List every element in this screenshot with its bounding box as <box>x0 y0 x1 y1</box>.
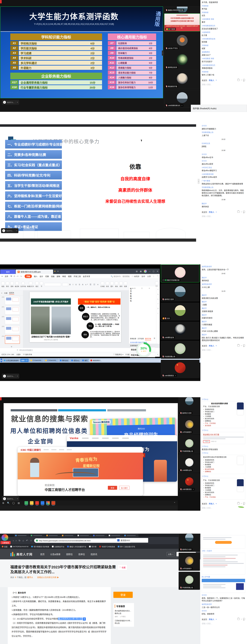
file-icon[interactable] <box>237 502 240 504</box>
chevron-down-icon[interactable]: ∨ <box>193 488 194 490</box>
sync-status[interactable]: ☁ 未同步 <box>132 275 140 278</box>
chat-sender[interactable]: 魏宏宇 <box>202 202 245 205</box>
participant-tile[interactable]: 19学前谢艳华 <box>178 553 200 571</box>
menu-icon[interactable]: ☰ <box>154 338 155 340</box>
message-input[interactable]: 请输入消息... <box>202 215 245 218</box>
message-input[interactable]: 请输入消息... <box>202 348 245 351</box>
close-button[interactable]: ✕ <box>157 270 158 272</box>
paste-button[interactable]: 粘贴 <box>1 282 5 287</box>
meeting-app-icon[interactable] <box>41 501 44 505</box>
chat-sender[interactable]: 人可木公 <box>202 429 245 432</box>
forward-button[interactable]: › <box>16 539 16 542</box>
participant-tile[interactable]: 福建技术师范学院王伟 ∨ <box>164 6 200 12</box>
bookmark-item[interactable]: 羲城人才综合服务平台 <box>67 545 86 548</box>
minimize-button[interactable]: ─ <box>149 270 150 272</box>
ribbon-tab[interactable]: 放映 <box>56 275 60 278</box>
collapse-icon[interactable]: < <box>17 498 18 500</box>
ribbon-tab[interactable]: 切换 <box>45 275 49 278</box>
file-icon[interactable] <box>237 344 240 346</box>
recommend-item[interactable]: 江西省安福县2023年...师公告 <box>115 620 133 624</box>
tray-expand-icon[interactable]: ⌃ <box>173 502 176 504</box>
participant-tile[interactable]: 19体教陈金海 ∨ <box>178 454 200 472</box>
ribbon-button[interactable]: 图片 <box>110 282 114 287</box>
site-nav-item[interactable]: 公告&简章 <box>50 552 60 556</box>
announcement-icon[interactable] <box>243 211 245 213</box>
emoji-icon[interactable]: ☺ <box>3 497 6 500</box>
chat-image[interactable] <box>202 579 245 593</box>
browser-icon[interactable] <box>46 501 50 505</box>
chat-image[interactable] <box>202 535 245 548</box>
collapse-icon[interactable]: < <box>17 375 18 377</box>
side-toolbar[interactable]: ⌖✦▭?☷⌗ <box>156 286 160 344</box>
ribbon-tab-start[interactable]: 开始 <box>24 274 32 278</box>
participant-tile[interactable]: 19体教陈金海 ∨ <box>161 322 200 340</box>
site-nav-item[interactable]: 找职位 <box>66 552 73 556</box>
chat-sender[interactable]: 市销林熠 <box>202 11 245 14</box>
taskbar-item[interactable]: 公司注册信息查询 <box>3 358 20 362</box>
ribbon-button[interactable]: 文本框 <box>100 282 104 287</box>
chat-image[interactable]: 就业信息的搜集与探索 产业、行业发展状况类 各级政府机构学校就业部门新闻媒体人际… <box>202 401 245 428</box>
chevron-down-icon[interactable]: ▼ <box>216 345 217 346</box>
taskbar-item[interactable]: C:\Users\Ad... <box>44 358 58 362</box>
participant-tile[interactable]: 福师院王老师 ∨ <box>161 284 200 302</box>
site-login-button[interactable]: 登录 <box>114 592 133 598</box>
chevron-down-icon[interactable]: ∨ <box>182 105 182 106</box>
refresh-button[interactable]: ↻ <box>18 539 20 542</box>
chat-sender[interactable]: 魏宏宇 <box>202 314 245 316</box>
chat-sender[interactable]: 19体育教育黄浩杰 <box>202 24 245 27</box>
ribbon-tab[interactable]: 插入 <box>34 275 38 278</box>
collapse-icon[interactable]: < <box>16 230 17 232</box>
translate-button[interactable]: 译 <box>83 618 86 620</box>
taskbar-item[interactable]: 成员(41) <box>70 358 80 362</box>
announcement-icon[interactable] <box>243 79 245 81</box>
chat-sender[interactable]: 许冬华 <box>202 160 245 162</box>
close-icon[interactable]: ✕ <box>149 287 155 336</box>
participant-tile[interactable]: 中央专项彩票公益金宏志助航计划 全国高校毕业生就业能力集中培训 全国高校毕业生就… <box>164 14 200 32</box>
site-nav-item[interactable]: 首页 <box>40 552 44 556</box>
chat-sender[interactable]: 19社体王泽远 <box>202 166 245 169</box>
tab-slides[interactable]: 幻灯片 <box>9 292 14 294</box>
announcement-icon[interactable] <box>243 618 245 620</box>
collapse-icon[interactable]: « <box>1 292 2 294</box>
announcement-icon[interactable] <box>243 344 245 346</box>
login-now-badge[interactable]: 立即登录 <box>0 541 10 544</box>
ribbon-tab[interactable]: 会员专享 <box>83 275 90 278</box>
site-logo[interactable]: 高校人才网 <box>10 552 32 556</box>
section-button[interactable]: 节 <box>40 282 43 287</box>
cleaner-gauge-overlay[interactable]: 30% 🌡 46°C <box>136 342 151 357</box>
participant-tile[interactable]: 19社体 严世杰 ∨ <box>164 32 200 50</box>
bookmark-item[interactable]: 莘升帮教育-同步网课 <box>31 545 49 548</box>
powerpoint-icon[interactable] <box>52 501 55 505</box>
copy-button[interactable]: 复制 <box>10 282 14 287</box>
chat-sender[interactable]: 许冬华 <box>202 125 245 127</box>
bookmark-item[interactable]: 百度 <box>2 545 8 548</box>
send-to-select[interactable]: 所有人 <box>209 344 214 347</box>
menu-file[interactable]: 文件 <box>5 275 8 278</box>
announcement-icon[interactable] <box>243 502 245 504</box>
ribbon-tab[interactable]: 动画 <box>51 275 54 278</box>
cortana-icon[interactable]: ◯ <box>12 502 15 504</box>
missing-font-status[interactable]: T? 缺失字体 <box>23 353 32 356</box>
chat-sender[interactable]: 19金融曾阳 <box>202 31 245 34</box>
chat-image[interactable]: 就业形势与就业市场供需状况类 各级政府机构学校就业部门新闻媒体人际网络就业研究机… <box>202 455 245 474</box>
layout-button[interactable]: 版式 <box>35 282 39 287</box>
ribbon-tab[interactable]: 审阅 <box>62 275 66 278</box>
task-view-icon[interactable]: ▤ <box>17 502 20 504</box>
slide-thumbnail[interactable]: 272 <box>0 315 23 325</box>
collapse-ribbon-icon[interactable]: ⌃ <box>157 275 158 277</box>
wps-icon[interactable] <box>35 501 39 505</box>
ribbon-tab[interactable]: 开发工具 <box>74 275 81 278</box>
browser-logo[interactable] <box>2 534 8 541</box>
taskbar-item[interactable]: 搜索一下 <box>20 358 29 362</box>
layout-icon[interactable]: ▤ <box>136 270 138 272</box>
browser-tab[interactable] <box>76 534 92 537</box>
chat-sender[interactable]: 魏宏宇 <box>202 300 245 303</box>
browser-search-box[interactable]: 麦克思2022 <box>116 538 148 543</box>
ribbon-button[interactable]: 排列 <box>119 282 123 287</box>
home-button[interactable]: ⌂ <box>22 539 24 542</box>
back-button[interactable]: ‹ <box>13 539 14 542</box>
browser-tab[interactable] <box>123 534 138 537</box>
chat-sender[interactable]: 19体育教育 李群 <box>202 18 245 20</box>
font-style-buttons[interactable]: B I U S A x² <box>69 283 88 286</box>
participant-tile[interactable]: 19体育教育张 ∨ <box>178 474 200 492</box>
